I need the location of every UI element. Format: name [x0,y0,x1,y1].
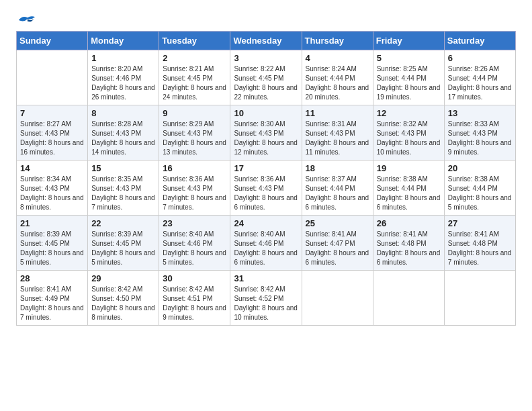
calendar-cell: 7 Sunrise: 8:27 AM Sunset: 4:43 PM Dayli… [17,105,88,161]
sunrise-text: Sunrise: 8:24 AM [306,65,357,73]
daylight-text: Daylight: 8 hours and 19 minutes. [377,84,441,101]
calendar-cell: 26 Sunrise: 8:41 AM Sunset: 4:48 PM Dayl… [373,216,444,271]
logo-bird-icon [17,13,36,27]
sunset-text: Sunset: 4:44 PM [306,185,355,192]
day-info: Sunrise: 8:40 AM Sunset: 4:46 PM Dayligh… [163,230,226,267]
day-info: Sunrise: 8:41 AM Sunset: 4:47 PM Dayligh… [306,230,369,267]
sunset-text: Sunset: 4:44 PM [448,75,498,82]
calendar-cell: 15 Sunrise: 8:35 AM Sunset: 4:43 PM Dayl… [88,161,159,216]
calendar-day-header: Saturday [444,32,515,50]
sunset-text: Sunset: 4:46 PM [234,240,283,247]
day-number: 6 [448,53,512,63]
calendar-cell: 25 Sunrise: 8:41 AM Sunset: 4:47 PM Dayl… [302,216,373,271]
daylight-text: Daylight: 8 hours and 13 minutes. [163,139,226,156]
daylight-text: Daylight: 8 hours and 24 minutes. [163,84,226,101]
calendar-cell: 27 Sunrise: 8:41 AM Sunset: 4:48 PM Dayl… [444,216,515,271]
sunset-text: Sunset: 4:43 PM [234,185,283,192]
day-number: 7 [20,108,84,118]
day-number: 12 [377,108,441,118]
sunrise-text: Sunrise: 8:41 AM [448,230,499,238]
daylight-text: Daylight: 8 hours and 7 minutes. [448,249,512,266]
day-number: 17 [234,163,298,173]
daylight-text: Daylight: 8 hours and 10 minutes. [234,304,298,321]
day-number: 13 [448,108,512,118]
calendar-cell: 19 Sunrise: 8:38 AM Sunset: 4:44 PM Dayl… [373,161,444,216]
sunset-text: Sunset: 4:47 PM [306,240,355,247]
calendar-cell: 6 Sunrise: 8:26 AM Sunset: 4:44 PM Dayli… [444,50,515,105]
day-info: Sunrise: 8:41 AM Sunset: 4:48 PM Dayligh… [448,230,512,267]
calendar-cell [302,271,373,326]
sunset-text: Sunset: 4:45 PM [91,240,141,247]
calendar-week-row: 1 Sunrise: 8:20 AM Sunset: 4:46 PM Dayli… [17,50,516,105]
sunset-text: Sunset: 4:43 PM [448,130,498,137]
day-number: 20 [448,163,512,173]
calendar-cell: 31 Sunrise: 8:42 AM Sunset: 4:52 PM Dayl… [230,271,302,326]
day-number: 14 [20,163,84,173]
calendar-day-header: Wednesday [230,32,302,50]
calendar-cell [17,50,88,105]
sunrise-text: Sunrise: 8:39 AM [20,230,71,238]
day-number: 1 [91,53,155,63]
daylight-text: Daylight: 8 hours and 8 minutes. [91,304,155,321]
calendar-day-header: Tuesday [159,32,230,50]
sunrise-text: Sunrise: 8:40 AM [163,230,214,238]
day-info: Sunrise: 8:35 AM Sunset: 4:43 PM Dayligh… [91,175,155,212]
sunrise-text: Sunrise: 8:28 AM [91,120,142,128]
day-info: Sunrise: 8:37 AM Sunset: 4:44 PM Dayligh… [306,175,369,212]
sunset-text: Sunset: 4:46 PM [163,240,212,247]
daylight-text: Daylight: 8 hours and 7 minutes. [20,304,84,321]
calendar-cell [373,271,444,326]
sunrise-text: Sunrise: 8:36 AM [163,175,214,183]
day-info: Sunrise: 8:30 AM Sunset: 4:43 PM Dayligh… [234,120,298,157]
sunset-text: Sunset: 4:46 PM [91,75,141,82]
day-info: Sunrise: 8:42 AM Sunset: 4:51 PM Dayligh… [163,285,226,322]
sunrise-text: Sunrise: 8:41 AM [306,230,357,238]
sunset-text: Sunset: 4:51 PM [163,295,212,302]
sunrise-text: Sunrise: 8:33 AM [448,120,499,128]
daylight-text: Daylight: 8 hours and 17 minutes. [448,84,512,101]
day-info: Sunrise: 8:39 AM Sunset: 4:45 PM Dayligh… [91,230,155,267]
day-number: 30 [163,273,226,283]
sunrise-text: Sunrise: 8:39 AM [91,230,142,238]
day-info: Sunrise: 8:31 AM Sunset: 4:43 PM Dayligh… [306,120,369,157]
sunrise-text: Sunrise: 8:42 AM [163,285,214,293]
calendar-day-header: Friday [373,32,444,50]
calendar-cell: 29 Sunrise: 8:42 AM Sunset: 4:50 PM Dayl… [88,271,159,326]
day-number: 28 [20,273,84,283]
day-number: 27 [448,218,512,228]
sunrise-text: Sunrise: 8:34 AM [20,175,71,183]
calendar-week-row: 7 Sunrise: 8:27 AM Sunset: 4:43 PM Dayli… [17,105,516,161]
day-number: 16 [163,163,226,173]
sunrise-text: Sunrise: 8:31 AM [306,120,357,128]
day-number: 11 [306,108,369,118]
sunset-text: Sunset: 4:45 PM [163,75,212,82]
calendar-cell: 12 Sunrise: 8:32 AM Sunset: 4:43 PM Dayl… [373,105,444,161]
calendar-cell: 30 Sunrise: 8:42 AM Sunset: 4:51 PM Dayl… [159,271,230,326]
sunset-text: Sunset: 4:43 PM [234,130,283,137]
calendar-cell: 14 Sunrise: 8:34 AM Sunset: 4:43 PM Dayl… [17,161,88,216]
sunrise-text: Sunrise: 8:32 AM [377,120,428,128]
daylight-text: Daylight: 8 hours and 6 minutes. [234,194,298,211]
calendar-week-row: 28 Sunrise: 8:41 AM Sunset: 4:49 PM Dayl… [17,271,516,326]
day-info: Sunrise: 8:32 AM Sunset: 4:43 PM Dayligh… [377,120,441,157]
sunrise-text: Sunrise: 8:30 AM [234,120,285,128]
sunrise-text: Sunrise: 8:36 AM [234,175,285,183]
day-info: Sunrise: 8:29 AM Sunset: 4:43 PM Dayligh… [163,120,226,157]
sunset-text: Sunset: 4:44 PM [377,75,427,82]
sunrise-text: Sunrise: 8:38 AM [377,175,428,183]
calendar-cell: 4 Sunrise: 8:24 AM Sunset: 4:44 PM Dayli… [302,50,373,105]
daylight-text: Daylight: 8 hours and 12 minutes. [234,139,298,156]
day-number: 29 [91,273,155,283]
calendar-table: SundayMondayTuesdayWednesdayThursdayFrid… [16,31,516,326]
day-number: 21 [20,218,84,228]
sunrise-text: Sunrise: 8:27 AM [20,120,71,128]
day-number: 10 [234,108,298,118]
day-number: 31 [234,273,298,283]
day-number: 8 [91,108,155,118]
daylight-text: Daylight: 8 hours and 14 minutes. [91,139,155,156]
day-number: 2 [163,53,226,63]
day-info: Sunrise: 8:42 AM Sunset: 4:50 PM Dayligh… [91,285,155,322]
daylight-text: Daylight: 8 hours and 16 minutes. [20,139,84,156]
calendar-cell: 11 Sunrise: 8:31 AM Sunset: 4:43 PM Dayl… [302,105,373,161]
sunset-text: Sunset: 4:43 PM [91,130,141,137]
